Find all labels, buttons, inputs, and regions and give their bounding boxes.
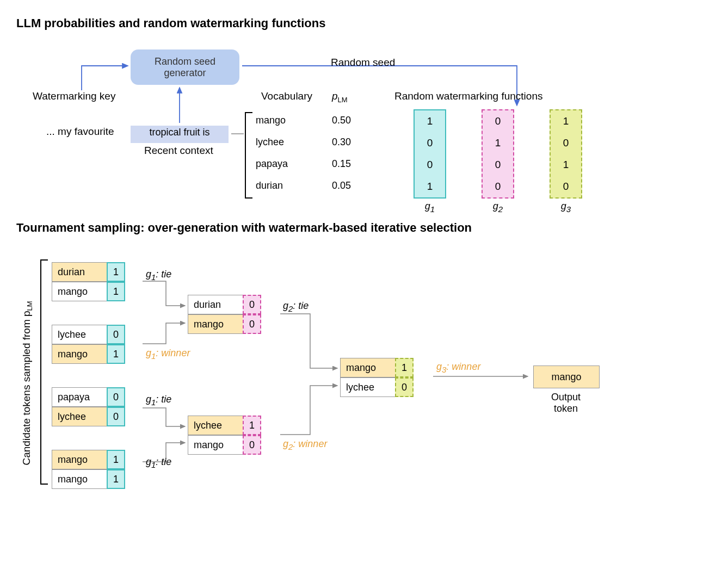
token-cell: durian1 <box>52 262 125 282</box>
rwf-header: Random watermarking functions <box>394 90 542 102</box>
round-note: g1: winner <box>146 348 190 361</box>
plm-header: pLM <box>332 90 348 104</box>
prefix-text: ... my favourite <box>46 126 114 138</box>
seed-gen-line1: Random seed <box>131 56 239 67</box>
token-cell: mango0 <box>188 435 261 455</box>
section1-title: LLM probabilities and random watermarkin… <box>16 16 712 30</box>
round-note: g1: tie <box>146 456 171 469</box>
seed-gen-line2: generator <box>131 67 239 79</box>
plm-list: 0.50 0.30 0.15 0.05 <box>332 109 351 196</box>
token-cell: lychee0 <box>340 377 414 397</box>
g-cell: 1 <box>415 110 445 132</box>
token-cell: lychee0 <box>52 407 125 426</box>
token-cell: mango1 <box>52 344 125 364</box>
token-cell: mango1 <box>52 282 125 301</box>
round-note: g1: tie <box>146 269 171 282</box>
g-cell: 0 <box>483 154 513 176</box>
g-cell: 1 <box>415 176 445 197</box>
round-note: g3: winner <box>436 361 480 374</box>
g-cell: 0 <box>551 132 581 154</box>
token-cell: mango1 <box>52 469 125 489</box>
seed-generator-box: Random seed generator <box>131 49 239 85</box>
vocab-item: mango <box>256 109 288 131</box>
round-note: g2: winner <box>283 438 327 451</box>
g3-col: 1 0 1 0 g3 <box>550 109 582 214</box>
recent-context-label: Recent context <box>144 145 213 157</box>
context-box: tropical fruit is <box>131 126 229 143</box>
round-note: g1: tie <box>146 394 171 407</box>
token-cell: mango0 <box>188 314 261 334</box>
output-label: Outputtoken <box>533 392 599 414</box>
vocab-item: durian <box>256 175 288 196</box>
plm-val: 0.50 <box>332 109 351 131</box>
token-cell: lychee0 <box>52 325 125 344</box>
token-cell: durian0 <box>188 295 261 314</box>
g-cell: 1 <box>551 110 581 132</box>
g-cell: 0 <box>483 176 513 197</box>
section1: Random seed generator Watermarking key R… <box>16 36 712 221</box>
g-cell: 0 <box>551 176 581 197</box>
plm-val: 0.05 <box>332 175 351 196</box>
plm-val: 0.15 <box>332 153 351 175</box>
section2-title: Tournament sampling: over-generation wit… <box>16 221 712 235</box>
vocabulary-header: Vocabulary <box>261 90 312 102</box>
vocab-item: lychee <box>256 131 288 153</box>
candidates-bracket <box>40 259 48 485</box>
watermarking-key-label: Watermarking key <box>33 90 115 102</box>
g-cell: 0 <box>415 132 445 154</box>
token-cell: lychee1 <box>188 416 261 435</box>
round-note: g2: tie <box>283 300 309 313</box>
plm-val: 0.30 <box>332 131 351 153</box>
output-box: mango <box>533 365 600 388</box>
candidates-axis-label: Candidate tokens sampled from pLM <box>21 285 34 481</box>
g-cell: 0 <box>483 110 513 132</box>
vocab-list: mango lychee papaya durian <box>256 109 288 196</box>
random-seed-label: Random seed <box>331 57 395 69</box>
g-cell: 0 <box>415 154 445 176</box>
vocab-bracket <box>245 112 252 199</box>
section2: Candidate tokens sampled from pLM durian… <box>16 240 712 534</box>
g3-label: g3 <box>550 201 582 214</box>
g2-label: g2 <box>482 201 514 214</box>
token-cell: mango1 <box>340 358 414 377</box>
token-cell: papaya0 <box>52 387 125 407</box>
g1-label: g1 <box>414 201 446 214</box>
g1-col: 1 0 0 1 g1 <box>414 109 446 214</box>
vocab-item: papaya <box>256 153 288 175</box>
token-cell: mango1 <box>52 450 125 469</box>
g-cell: 1 <box>483 132 513 154</box>
g-cell: 1 <box>551 154 581 176</box>
g2-col: 0 1 0 0 g2 <box>482 109 514 214</box>
